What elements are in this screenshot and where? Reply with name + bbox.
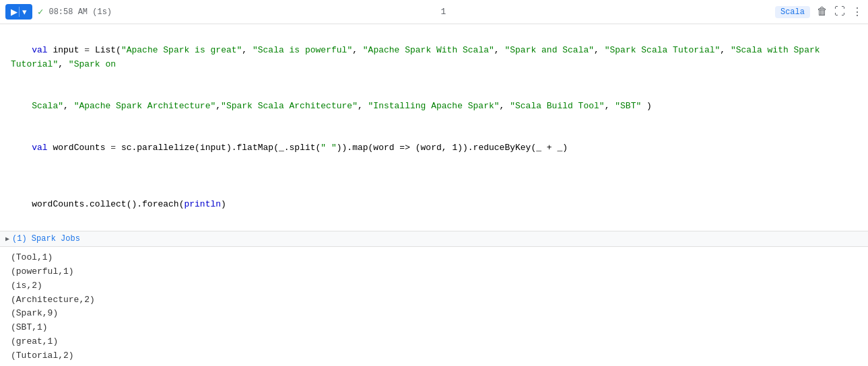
expand-icon[interactable]: ⛶ [834,5,845,18]
code-line-1b: Scala", "Apache Spark Architecture","Spa… [11,85,857,127]
run-dropdown-icon[interactable]: ▾ [19,7,27,17]
cell-number: 1 [441,7,446,17]
code-line-2: val wordCounts = sc.parallelize(input).f… [11,128,857,170]
output-line: (Spark,9) [11,307,857,321]
output-line: (is,2) [11,279,857,293]
code-line-1: val input = List("Apache Spark is great"… [11,30,857,85]
spark-jobs-label: (1) Spark Jobs [12,234,80,244]
spark-jobs-triangle: ▶ [5,235,9,243]
timestamp: 08:58 AM (1s) [48,7,112,17]
spark-jobs-row[interactable]: ▶ (1) Spark Jobs [0,231,868,247]
output-line: (SBT,1) [11,321,857,335]
code-line-4: wordCounts.collect().foreach(println) [11,184,857,225]
run-icon: ▶ [11,7,18,17]
output-line: (Tool,1) [11,251,857,265]
code-line-3 [11,170,857,184]
check-icon: ✓ [38,6,43,17]
output-line: (Tutorial,2) [11,349,857,363]
toolbar-left: ▶ ▾ ✓ 08:58 AM (1s) [5,4,112,20]
output-area: (Tool,1)(powerful,1)(is,2)(Architecture,… [0,247,868,366]
toolbar-right: Scala 🗑 ⛶ ⋮ [775,5,863,19]
toolbar: ▶ ▾ ✓ 08:58 AM (1s) 1 Scala 🗑 ⛶ ⋮ [0,0,868,24]
output-line: (Build,1) [11,363,857,366]
language-badge[interactable]: Scala [775,6,810,18]
output-line: (Architecture,2) [11,293,857,307]
output-line: (powerful,1) [11,265,857,279]
run-button[interactable]: ▶ ▾ [5,4,32,20]
delete-icon[interactable]: 🗑 [817,5,828,18]
output-line: (great,1) [11,335,857,349]
more-options-icon[interactable]: ⋮ [852,5,863,19]
code-cell: val input = List("Apache Spark is great"… [0,24,868,231]
